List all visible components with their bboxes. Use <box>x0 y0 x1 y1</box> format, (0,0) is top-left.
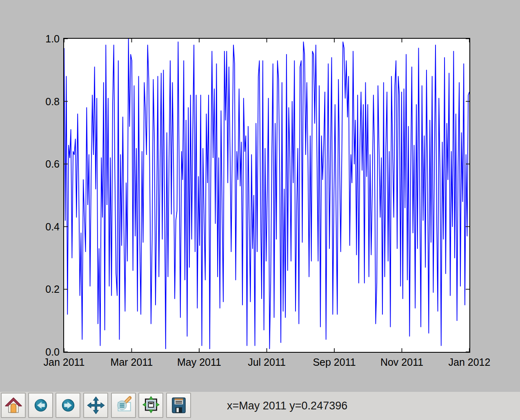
save-button[interactable] <box>166 393 191 418</box>
forward-icon <box>58 396 78 415</box>
zoom-to-rect-button[interactable] <box>111 393 136 418</box>
x-tick-label: May 2011 <box>177 357 221 368</box>
figure-window: 1.00.80.60.40.20.0 Jan 2011Mar 2011May 2… <box>0 0 520 420</box>
y-tick-label: 1.0 <box>0 34 60 44</box>
navigation-toolbar: x=May 2011 y=0.247396 <box>0 392 520 420</box>
x-tick-label: Jul 2011 <box>248 357 286 368</box>
home-button[interactable] <box>1 393 26 418</box>
pan-button[interactable] <box>83 393 108 418</box>
y-tick-label: 0.0 <box>0 347 60 357</box>
back-button[interactable] <box>28 393 53 418</box>
configure-subplots-button[interactable] <box>138 393 163 418</box>
x-tick-label: Nov 2011 <box>380 357 423 368</box>
zoom-rect-icon <box>114 396 133 415</box>
save-floppy-icon <box>169 396 189 415</box>
x-tick-label: Jan 2012 <box>449 357 491 368</box>
y-tick-label: 0.6 <box>0 159 60 169</box>
home-icon <box>4 396 23 415</box>
y-tick-label: 0.8 <box>0 96 60 106</box>
x-tick-label: Jan 2011 <box>43 357 84 368</box>
pan-arrows-icon <box>86 396 106 415</box>
cursor-status-text: x=May 2011 y=0.247396 <box>227 392 347 420</box>
x-tick-label: Mar 2011 <box>111 357 153 368</box>
y-tick-label: 0.2 <box>0 284 60 294</box>
plot-canvas[interactable] <box>63 38 470 353</box>
back-icon <box>31 396 51 415</box>
data-line <box>64 39 469 349</box>
forward-button[interactable] <box>56 393 80 418</box>
x-tick-label: Sep 2011 <box>313 357 356 368</box>
y-tick-label: 0.4 <box>0 221 60 232</box>
subplots-icon <box>141 396 161 415</box>
